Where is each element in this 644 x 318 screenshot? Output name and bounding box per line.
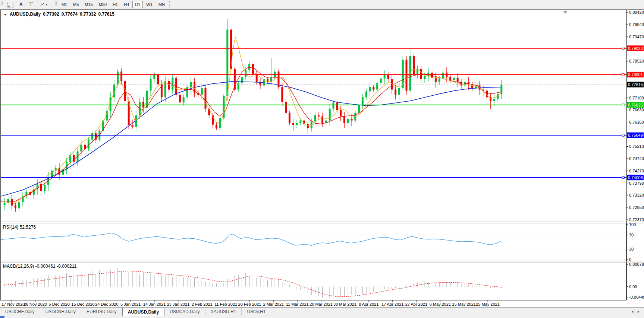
candle-body [226, 29, 228, 96]
candle-body [216, 125, 217, 128]
candle-body [120, 71, 122, 81]
resistance-line-2-handle[interactable] [622, 73, 624, 76]
candle-body [4, 203, 6, 205]
candle-body [424, 76, 426, 79]
date-tick-label: 17 Apr 2021 [381, 302, 403, 306]
resistance-line-2-price-label: 0.78001 [628, 72, 643, 77]
tab-scroll-left-icon[interactable]: ◄ [631, 310, 634, 314]
macd-tick-label: 0.00 [629, 284, 637, 289]
candle-body [183, 97, 185, 102]
date-tick-label: 27 Apr 2021 [405, 302, 427, 306]
date-tick-label: 5 Dec 2020 [49, 302, 70, 306]
price-tick-label: 0.73790 [629, 181, 644, 185]
macd-tick-label: 0.008782 [629, 262, 644, 267]
candle-body [321, 117, 323, 123]
date-tick-label: 15 Dec 2020 [71, 302, 94, 306]
price-tick-label: 0.76160 [629, 120, 644, 124]
candle-body [406, 60, 408, 90]
support-line-2-handle[interactable] [622, 134, 624, 136]
candle-body [373, 87, 374, 90]
candle-body [343, 117, 345, 123]
candle-body [493, 99, 495, 101]
price-tick-label: 0.75210 [629, 144, 644, 149]
support-line-1-price-label: 0.76825 [628, 103, 643, 107]
candle-body [11, 199, 13, 206]
status-bar [0, 316, 644, 318]
candle-body [358, 105, 360, 113]
symbol-label: AUDUSD,Daily [10, 12, 41, 17]
date-tick-label: 23 Jan 2021 [167, 302, 190, 306]
candle-body [318, 115, 320, 117]
ohlc-close: 0.77615 [98, 12, 114, 17]
candle-body [296, 123, 298, 125]
date-tick-label: 24 Dec 2020 [95, 302, 118, 306]
candle-body [369, 87, 371, 92]
candle-body [150, 79, 152, 90]
candle-body [281, 87, 283, 102]
candle-body [117, 71, 119, 85]
current-price-label: 0.77615 [628, 82, 643, 87]
symbol-dropdown-icon[interactable] [4, 12, 7, 17]
chart-tab-usdcnh-daily[interactable]: USDCNH,Daily [40, 308, 81, 316]
support-line-3-handle[interactable] [622, 177, 624, 179]
candle-body [413, 56, 415, 74]
resistance-line-1-handle[interactable] [622, 47, 624, 50]
date-tick-label: 20 Feb 2021 [238, 302, 261, 306]
price-tick-label: 0.79470 [629, 35, 644, 39]
candle-body [172, 78, 173, 90]
date-tick-label: 20 Mar 2021 [310, 302, 333, 306]
candle-body [384, 75, 386, 79]
price-tick-label: 0.77100 [629, 96, 644, 100]
price-tick-label: 0.79940 [629, 22, 644, 27]
rsi-tick-label: 30 [629, 247, 634, 251]
candle-body [168, 81, 170, 90]
candle-body [442, 73, 444, 79]
candle-body [311, 121, 312, 128]
rsi-tick-label: 100 [629, 222, 636, 227]
date-tick-label: 30 Mar 2021 [333, 302, 356, 306]
price-tick-label: 0.74270 [629, 169, 644, 173]
candle-body [157, 75, 159, 85]
candle-body [376, 83, 378, 90]
date-tick-label: 11 Feb 2021 [214, 302, 237, 306]
tab-scroll-right-icon[interactable]: ► [637, 310, 640, 314]
price-tick-label: 0.74740 [629, 156, 644, 161]
candle-body [164, 81, 166, 98]
date-tick-label: 15 May 2021 [452, 302, 476, 306]
candle-body [59, 168, 60, 175]
candle-body [362, 97, 364, 105]
chart-tab-eurusd-daily[interactable]: EURUSD,Daily [81, 308, 122, 316]
chart-tab-usdcad-daily[interactable]: USDCAD,Daily [164, 308, 205, 316]
candle-body [73, 155, 75, 162]
candle-body [449, 77, 451, 80]
candle-body [471, 85, 473, 88]
support-line-1-handle[interactable] [622, 104, 624, 106]
candle-body [179, 95, 181, 102]
chart-tab-xauusd-h1[interactable]: XAUUSD,H1 [205, 308, 242, 316]
candle-body [238, 83, 239, 90]
candle-body [15, 206, 16, 209]
chart-tab-audusd-daily[interactable]: AUDUSD,Daily [122, 308, 164, 316]
candle-body [292, 123, 294, 125]
candle-body [132, 125, 133, 127]
date-tick-label: 6 May 2021 [430, 302, 451, 306]
date-tick-label: 8 Apr 2021 [359, 302, 378, 306]
candle-body [365, 91, 367, 97]
chart-tab-usoil-h1[interactable]: USOil,H1 [242, 308, 271, 316]
price-tick-label: 0.73320 [629, 193, 644, 197]
chart-canvas[interactable]: 0.804200.799400.794700.785200.771000.766… [0, 0, 644, 318]
candle-body [256, 74, 258, 82]
rsi-tick-label: 0 [629, 257, 631, 262]
candle-body [230, 29, 232, 69]
date-tick-label: 14 Jan 2021 [143, 302, 166, 306]
chart-tab-usdchf-daily[interactable]: USDCHF,Daily [0, 308, 40, 316]
chart-left-border [0, 10, 1, 300]
date-tick-label: 5 Jan 2021 [120, 302, 141, 306]
resistance-line-1-price-label: 0.79023 [628, 46, 643, 51]
date-tick-label: 2 Feb 2021 [192, 302, 213, 306]
rsi-label: RSI(14) 52.5276 [3, 225, 36, 230]
candle-body [333, 102, 334, 109]
candle-body [18, 202, 20, 209]
macd-label: MACD(12,26,9) -0.000461 -0.000211 [3, 264, 77, 269]
candle-body [347, 119, 349, 123]
